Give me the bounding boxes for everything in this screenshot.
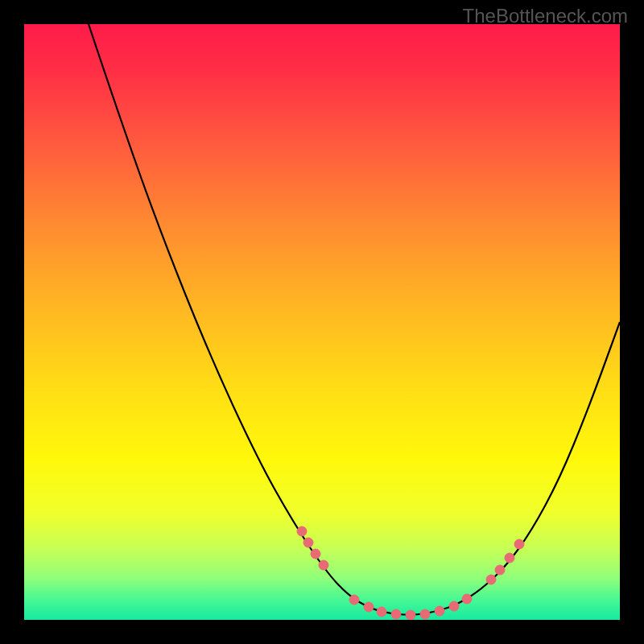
plot-gradient-area: [24, 24, 620, 620]
curve-marker: [349, 595, 359, 605]
curve-marker: [462, 594, 472, 604]
curve-marker: [364, 602, 374, 612]
curve-marker: [514, 539, 524, 549]
curve-markers-bottom: [349, 594, 472, 620]
bottleneck-curve: [89, 24, 620, 615]
curve-marker: [319, 560, 328, 570]
curve-marker: [420, 609, 430, 619]
curve-marker: [377, 607, 386, 617]
watermark-text: TheBottleneck.com: [463, 5, 628, 27]
curve-marker: [435, 606, 444, 616]
curve-marker: [486, 575, 496, 584]
plot-svg: [24, 24, 620, 620]
curve-markers-right: [486, 539, 524, 584]
chart-container: TheBottleneck.com: [0, 0, 644, 644]
curve-markers-left: [297, 526, 328, 570]
curve-marker: [303, 538, 313, 547]
curve-marker: [495, 565, 505, 575]
curve-marker: [505, 553, 514, 563]
curve-marker: [311, 549, 320, 559]
curve-marker: [391, 609, 401, 619]
curve-marker: [406, 610, 415, 620]
curve-marker: [297, 526, 307, 536]
curve-marker: [449, 601, 459, 611]
